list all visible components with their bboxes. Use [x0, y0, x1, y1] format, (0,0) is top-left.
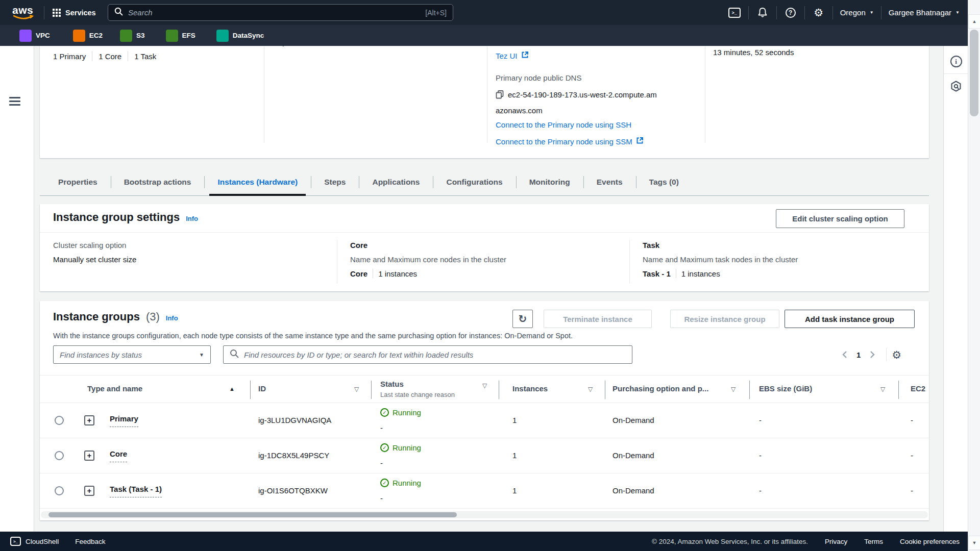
column-header-ec2[interactable]: EC2: [911, 375, 929, 404]
groups-info-link[interactable]: Info: [166, 314, 178, 322]
favorite-efs[interactable]: EFS: [166, 30, 195, 42]
settings-gear-icon[interactable]: ⚙: [812, 6, 825, 19]
instance-group-settings-card: Instance group settings Info Edit cluste…: [40, 204, 929, 291]
notifications-bell-icon[interactable]: [756, 6, 769, 19]
cloudshell-icon[interactable]: >_: [728, 6, 741, 19]
expand-row-icon[interactable]: +: [84, 415, 94, 425]
resize-instance-group-button[interactable]: Resize instance group: [670, 310, 779, 328]
tab-configurations[interactable]: Configurations: [433, 168, 516, 195]
settings-info-link[interactable]: Info: [186, 215, 198, 222]
instance-groups-card: Instance groups (3) Info ↻ Terminate ins…: [40, 301, 929, 520]
region-selector[interactable]: Oregon ▼: [840, 8, 874, 17]
copy-icon[interactable]: [496, 89, 504, 104]
chevron-down-icon: ▼: [199, 352, 204, 358]
tab-bootstrap-actions[interactable]: Bootstrap actions: [111, 168, 205, 195]
aws-smile-swoosh: [13, 15, 34, 20]
footer-feedback-link[interactable]: Feedback: [75, 538, 105, 545]
edit-cluster-scaling-button[interactable]: Edit cluster scaling option: [776, 209, 904, 228]
favorite-vpc[interactable]: VPC: [19, 30, 50, 42]
privacy-link[interactable]: Privacy: [825, 538, 847, 545]
global-search-input[interactable]: Search [Alt+S]: [108, 4, 453, 21]
column-header-ebs-size[interactable]: EBS size (GiB) ▽: [759, 375, 892, 404]
add-task-instance-group-button[interactable]: Add task instance group: [785, 310, 915, 328]
refresh-button[interactable]: ↻: [512, 310, 533, 328]
status-success-icon: ✓: [380, 408, 389, 417]
scrollbar-thumb[interactable]: [970, 30, 978, 116]
row-radio-button[interactable]: [55, 451, 64, 460]
tez-ui-link[interactable]: Tez UI: [496, 51, 529, 61]
sort-icon[interactable]: ▽: [880, 386, 885, 393]
column-header-status[interactable]: Status Last state change reason ▽: [380, 375, 492, 404]
sort-icon[interactable]: ▽: [731, 386, 736, 393]
horizontal-scrollbar-thumb[interactable]: [48, 512, 457, 517]
vertical-scrollbar[interactable]: ▲ ▼: [968, 0, 980, 551]
chevron-down-icon: ▼: [870, 10, 874, 15]
favorite-ec2[interactable]: EC2: [73, 30, 103, 42]
tab-steps[interactable]: Steps: [311, 168, 359, 195]
connect-ssm-link[interactable]: Connect to the Primary node using SSM: [496, 137, 644, 146]
group-name[interactable]: Task (Task - 1): [110, 485, 162, 497]
tab-events[interactable]: Events: [583, 168, 636, 195]
current-page-number[interactable]: 1: [853, 350, 864, 359]
expand-row-icon[interactable]: +: [84, 450, 94, 461]
footer-cloudshell-button[interactable]: >_ CloudShell: [10, 537, 59, 546]
account-menu[interactable]: Gargee Bhatnagar ▼: [889, 8, 960, 17]
tab-applications[interactable]: Applications: [359, 168, 433, 195]
services-label: Services: [65, 9, 96, 17]
hamburger-menu-icon[interactable]: [9, 97, 21, 107]
terminal-glyph: >_: [728, 8, 741, 18]
table-preferences-gear-icon[interactable]: ⚙: [892, 349, 901, 360]
help-icon[interactable]: ?: [784, 6, 797, 19]
sort-ascending-icon[interactable]: ▲: [229, 386, 235, 392]
column-header-id[interactable]: ID ▽: [258, 375, 363, 404]
connect-ssh-link[interactable]: Connect to the Primary node using SSH: [496, 120, 631, 130]
info-panel-icon[interactable]: i: [944, 49, 968, 73]
groups-count: (3): [146, 310, 160, 323]
group-name[interactable]: Primary: [110, 414, 138, 427]
ec2-service-icon: [73, 30, 85, 42]
column-header-instances[interactable]: Instances ▽: [512, 375, 597, 404]
sort-icon[interactable]: ▽: [482, 382, 487, 389]
cluster-summary-card: 1 Primary 1 Core 1 Task Spark 3.5.0 Tez …: [40, 31, 929, 158]
column-header-type-and-name[interactable]: Type and name ▲: [87, 375, 240, 404]
next-page-button[interactable]: [864, 346, 881, 363]
tab-monitoring[interactable]: Monitoring: [516, 168, 583, 195]
vpc-service-icon: [19, 30, 32, 42]
task-count: 1 Task: [134, 52, 156, 61]
sort-icon[interactable]: ▽: [354, 386, 359, 393]
core-group-desc: Name and Maximum core nodes in the clust…: [350, 255, 506, 264]
terminate-instance-button[interactable]: Terminate instance: [544, 310, 652, 328]
row-radio-button[interactable]: [55, 416, 64, 425]
favorite-datasync[interactable]: DataSync: [216, 30, 264, 42]
status-filter-select[interactable]: Find instances by status ▼: [53, 345, 211, 364]
last-state-change-reason: -: [380, 459, 383, 467]
elapsed-time-value: 13 minutes, 52 seconds: [713, 48, 794, 57]
terms-link[interactable]: Terms: [864, 538, 883, 545]
cloudshell-terminal-icon: >_: [10, 537, 21, 546]
services-menu-button[interactable]: Services: [53, 9, 96, 17]
datasync-service-icon: [216, 30, 229, 42]
favorite-s3[interactable]: S3: [120, 30, 145, 42]
cookie-preferences-link[interactable]: Cookie preferences: [900, 538, 960, 545]
tab-properties[interactable]: Properties: [45, 168, 111, 195]
group-name[interactable]: Core: [110, 449, 127, 462]
tab-instances-hardware[interactable]: Instances (Hardware): [204, 168, 311, 195]
column-header-purchasing-option[interactable]: Purchasing option and p... ▽: [612, 375, 740, 404]
sort-icon[interactable]: ▽: [588, 386, 593, 393]
s3-service-icon: [120, 30, 132, 42]
scroll-down-arrow[interactable]: ▼: [968, 536, 980, 550]
scroll-up-arrow[interactable]: ▲: [968, 14, 980, 29]
tab-tags[interactable]: Tags (0): [636, 168, 692, 195]
group-id: ig-3LU1DGVNAGIQA: [258, 416, 331, 424]
row-radio-button[interactable]: [55, 486, 64, 495]
aws-logo[interactable]: aws: [12, 5, 36, 20]
copyright-text: © 2024, Amazon Web Services, Inc. or its…: [652, 538, 808, 545]
previous-page-button[interactable]: [836, 346, 853, 363]
expand-row-icon[interactable]: +: [84, 486, 94, 496]
resources-search-input[interactable]: Find resources by ID or type; or search …: [223, 345, 632, 364]
status-success-icon: ✓: [380, 443, 389, 452]
amazon-q-hexagon-icon[interactable]: [944, 74, 968, 98]
ebs-size: -: [759, 486, 762, 495]
group-status: ✓ Running: [380, 443, 421, 452]
horizontal-scrollbar[interactable]: [41, 511, 928, 518]
